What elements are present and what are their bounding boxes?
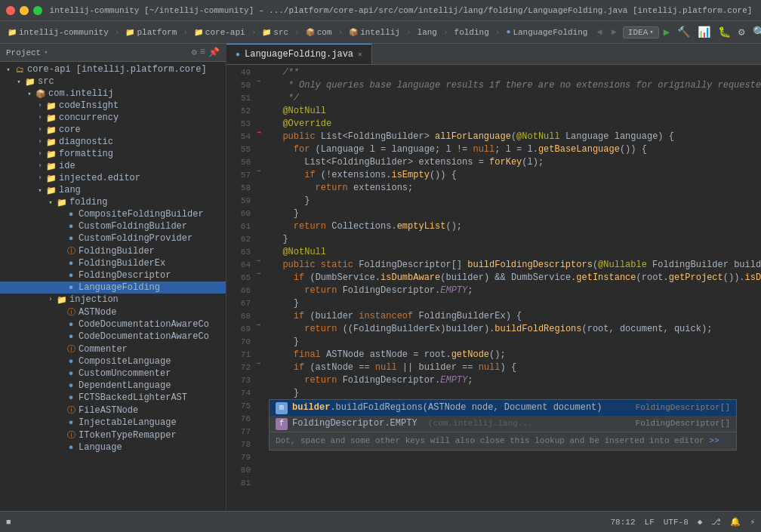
nav-item-platform[interactable]: 📁 platform bbox=[122, 26, 180, 38]
tree-item-src[interactable]: ▾ 📁 src bbox=[0, 75, 226, 88]
tree-item-dependent-lang[interactable]: ● DependentLanguage bbox=[0, 380, 226, 392]
tree-item-language-folding[interactable]: ● LanguageFolding bbox=[0, 281, 226, 294]
nav-item-core-api[interactable]: 📁 core-api bbox=[191, 26, 248, 38]
coda2-icon: ● bbox=[65, 332, 77, 341]
tree-item-composite-lang[interactable]: ● CompositeLanguage bbox=[0, 355, 226, 367]
run-button[interactable]: ▶ bbox=[662, 24, 671, 40]
nav-sep-5: › bbox=[338, 28, 344, 37]
fold-marker-3[interactable]: − bbox=[257, 168, 260, 175]
tree-label-folding: folding bbox=[69, 197, 107, 208]
tree-item-injected-editor[interactable]: › 📁 injected.editor bbox=[0, 172, 226, 184]
tree-item-custom-provider[interactable]: ● CustomFoldingProvider bbox=[0, 232, 226, 244]
nav-label-folding: folding bbox=[454, 28, 489, 37]
settings-button[interactable]: ⚙ bbox=[737, 24, 746, 40]
status-bar: ■ 78:12 LF UTF-8 ◆ ⎇ 🔔 ⚡ bbox=[0, 511, 761, 532]
nav-label-project: intellij-community bbox=[19, 28, 109, 37]
tree-arrow-lang: ▾ bbox=[35, 186, 45, 195]
profile-button[interactable]: 📊 bbox=[696, 24, 712, 40]
tree-item-astnode[interactable]: ⓘ ASTNode bbox=[0, 306, 226, 318]
tab-language-folding[interactable]: ● LanguageFolding.java ✕ bbox=[226, 44, 372, 64]
nav-item-intellij[interactable]: 📦 intellij bbox=[346, 26, 403, 38]
tree-item-injectable-lang[interactable]: ● InjectableLanguage bbox=[0, 417, 226, 429]
code-line-72: } bbox=[269, 336, 761, 349]
tree-item-diagnostic[interactable]: › 📁 diagnostic bbox=[0, 136, 226, 148]
fold-marker-1[interactable]: − bbox=[257, 78, 260, 85]
tree-item-com-intellij[interactable]: ▾ 📦 com.intellij bbox=[0, 88, 226, 100]
tree-label-astnode: ASTNode bbox=[79, 307, 116, 318]
tree-item-itoken[interactable]: ⓘ ITokenTypeRemapper bbox=[0, 429, 226, 441]
ac-item-empty[interactable]: f FoldingDescriptor.EMPTY (com.intellij.… bbox=[270, 416, 736, 432]
tree-item-folding-builder[interactable]: ⓘ FoldingBuilder bbox=[0, 244, 226, 257]
tree-item-composite-folding[interactable]: ● CompositeFoldingBuilder bbox=[0, 208, 226, 220]
close-button[interactable] bbox=[6, 6, 15, 15]
astnode-icon: ⓘ bbox=[65, 306, 77, 318]
fold-marker-2[interactable]: − bbox=[257, 129, 260, 137]
code-line-70: if (builder instanceof FoldingBuilderEx)… bbox=[269, 310, 761, 323]
code-line-74: if (astNode == null || builder == null) … bbox=[269, 361, 761, 374]
search-button[interactable]: 🔍 bbox=[751, 24, 761, 40]
tree-item-coda1[interactable]: ● CodeDocumentationAwareCo bbox=[0, 318, 226, 331]
tree-item-coda2[interactable]: ● CodeDocumentationAwareCo bbox=[0, 331, 226, 343]
tree-item-concurrency[interactable]: › 📁 concurrency bbox=[0, 112, 226, 124]
minimize-button[interactable] bbox=[20, 6, 29, 15]
tree-item-core[interactable]: › 📁 core bbox=[0, 124, 226, 136]
sidebar-gear-icon[interactable]: ⚙ bbox=[192, 47, 197, 58]
nav-label-core-api: core-api bbox=[205, 28, 245, 37]
encoding[interactable]: UTF-8 bbox=[664, 518, 689, 527]
nav-sep-2: › bbox=[183, 28, 188, 37]
nav-item-src[interactable]: 📁 src bbox=[259, 26, 291, 38]
tree-label-custom-folding: CustomFoldingBuilder bbox=[79, 221, 187, 232]
nav-actions: ▶ 🔨 📊 🐛 ⚙ 🔍 bbox=[662, 24, 761, 40]
sidebar-layout-icon[interactable]: ≡ bbox=[200, 47, 205, 58]
nav-item-lang[interactable]: lang bbox=[414, 26, 440, 38]
nav-item-class[interactable]: ● LanguageFolding bbox=[503, 26, 590, 38]
ac-item-buildfoldregions[interactable]: m builder.buildFoldRegions(ASTNode node,… bbox=[270, 400, 736, 416]
tab-close-button[interactable]: ✕ bbox=[358, 50, 362, 59]
tree-item-lang[interactable]: ▾ 📁 lang bbox=[0, 184, 226, 196]
nav-arrow: ◄ bbox=[596, 27, 602, 38]
tree-item-injection[interactable]: › 📁 injection bbox=[0, 294, 226, 306]
tree-item-language[interactable]: ● Language bbox=[0, 441, 226, 454]
code-line-53: @Override bbox=[269, 118, 761, 131]
fold-marker-5[interactable]: − bbox=[257, 270, 260, 278]
tree-item-codeinsight[interactable]: › 📁 codeInsight bbox=[0, 100, 226, 112]
idea-button[interactable]: IDEA ▾ bbox=[623, 26, 659, 38]
tree-item-folding[interactable]: ▾ 📁 folding bbox=[0, 196, 226, 208]
nav-arrow-right: ► bbox=[612, 27, 617, 38]
code-content[interactable]: /** * Only queries base language results… bbox=[269, 65, 761, 511]
maximize-button[interactable] bbox=[33, 6, 42, 15]
tree-item-root[interactable]: ▾ 🗂 core-api [intellij.platform.core] bbox=[0, 63, 226, 75]
com-icon: 📦 bbox=[306, 28, 315, 37]
tree-item-fcts[interactable]: ● FCTSBackedLighterAST bbox=[0, 392, 226, 404]
nav-label-intellij: intellij bbox=[360, 28, 400, 37]
tree-item-commenter[interactable]: ⓘ Commenter bbox=[0, 343, 226, 355]
tree-item-custom-uncommenter[interactable]: ● CustomUncommenter bbox=[0, 367, 226, 380]
nav-item-com[interactable]: 📦 com bbox=[303, 26, 335, 38]
autocomplete-popup: m builder.buildFoldRegions(ASTNode node,… bbox=[269, 399, 737, 451]
notifications-icon[interactable]: 🔔 bbox=[730, 517, 741, 527]
fold-marker-6[interactable]: − bbox=[257, 321, 260, 329]
module-icon: 🗂 bbox=[14, 65, 26, 75]
language-icon: ● bbox=[65, 443, 77, 452]
project-dropdown-icon[interactable]: ▾ bbox=[44, 48, 48, 57]
tree-item-formatting[interactable]: › 📁 formatting bbox=[0, 148, 226, 160]
fold-marker-7[interactable]: − bbox=[257, 360, 260, 367]
nav-item-project[interactable]: 📁 intellij-community bbox=[5, 26, 112, 38]
nav-item-folding[interactable]: folding bbox=[451, 26, 492, 38]
build-button[interactable]: 🔨 bbox=[676, 24, 692, 40]
fold-marker-4[interactable]: − bbox=[257, 257, 260, 265]
hint-link[interactable]: >> bbox=[709, 436, 719, 445]
nav-sep-3: › bbox=[251, 28, 257, 37]
line-endings[interactable]: LF bbox=[645, 518, 655, 527]
tree-arrow-src: ▾ bbox=[14, 78, 24, 86]
debug-button[interactable]: 🐛 bbox=[716, 24, 732, 40]
tree-item-file-astnode[interactable]: ⓘ FileASTNode bbox=[0, 404, 226, 417]
tree-arrow-com-intellij: ▾ bbox=[24, 90, 35, 98]
tree-item-folding-descriptor[interactable]: ● FoldingDescriptor bbox=[0, 269, 226, 281]
tree-item-ide[interactable]: › 📁 ide bbox=[0, 160, 226, 172]
tree-item-folding-builder-ex[interactable]: ● FoldingBuilderEx bbox=[0, 257, 226, 269]
nav-bar: 📁 intellij-community › 📁 platform › 📁 co… bbox=[0, 21, 761, 44]
tree-item-custom-folding[interactable]: ● CustomFoldingBuilder bbox=[0, 220, 226, 232]
injection-icon: 📁 bbox=[56, 295, 68, 305]
sidebar-pin-icon[interactable]: 📌 bbox=[208, 47, 220, 58]
